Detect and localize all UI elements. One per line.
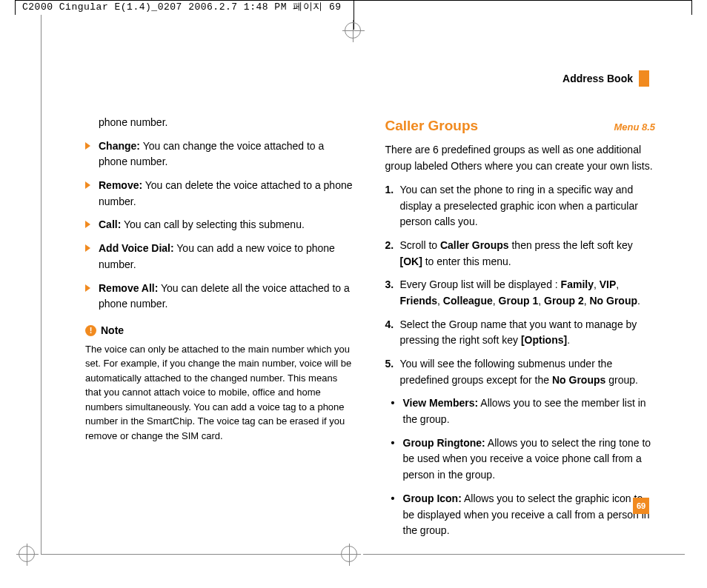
bullet-text: You can call by selecting this submenu. [121,218,305,230]
left-column: phone number. Change: You can change the… [85,115,356,547]
step-text: then press the left soft key [509,239,633,251]
bold: Group 1 [499,295,539,307]
frame-left [15,0,16,15]
bullet-label: Change: [99,140,140,152]
page-number: 69 [633,498,649,514]
step-number: 5. [385,356,394,372]
bullet-change: Change: You can change the voice attache… [85,138,356,170]
step-text: Select the Group name that you want to m… [400,318,637,347]
menu-ref: Menu 8.5 [614,120,655,135]
section-label: Address Book [562,73,633,84]
step-text: group. [605,374,638,386]
right-column: Caller Groups Menu 8.5 There are 6 prede… [385,115,656,547]
bold: Friends [400,295,438,307]
triangle-icon [85,142,90,150]
step-number: 4. [385,317,394,333]
bold: No Group [589,295,637,307]
bullet-label: Remove All: [99,282,158,294]
section-intro: There are 6 predefined groups as well as… [385,142,656,174]
bold: [Options] [521,334,567,346]
bold: Family [561,278,594,290]
step-2: 2. Scroll to Caller Groups then press th… [385,238,656,270]
triangle-icon [85,284,90,292]
bullet-label: Remove: [99,179,142,191]
step-3: 3. Every Group list will be displayed : … [385,277,656,309]
sub-label: Group Ringtone: [403,437,485,449]
note-heading: ! Note [85,323,356,339]
sub-view-members: • View Members: Allows you to see the me… [385,395,656,427]
sub-label: Group Icon: [403,492,462,504]
bold: Colleague [443,295,493,307]
header-right: Address Book [562,70,649,87]
step-text: Every Group list will be displayed : [400,278,561,290]
triangle-icon [85,244,90,252]
section-title: Caller Groups [385,115,479,136]
note-icon: ! [85,325,96,336]
registration-mark-bl [19,546,35,562]
note-label: Note [101,323,124,339]
continuation-line: phone number. [85,115,356,131]
step-text: Scroll to [400,239,440,251]
bullet-call: Call: You can call by selecting this sub… [85,217,356,233]
step-4: 4. Select the Group name that you want t… [385,317,656,349]
step-text: to enter this menu. [422,255,511,267]
bullet-remove-all: Remove All: You can delete all the voice… [85,281,356,313]
step-number: 2. [385,238,394,254]
bullet-dot-icon: • [391,395,395,412]
step-number: 1. [385,182,394,198]
bullet-label: Add Voice Dial: [99,242,174,254]
left-margin-rule [41,15,42,555]
sub-group-ringtone: • Group Ringtone: Allows you to select t… [385,435,656,484]
registration-mark-top [345,22,361,39]
bullet-dot-icon: • [391,435,395,452]
bold: [OK] [400,255,422,267]
note-body: The voice can only be attached to the ma… [85,342,356,444]
source-header: C2000 Cingular E(1.4)_0207 2006.2.7 1:48… [22,0,342,13]
section-marker-icon [639,70,649,87]
bold: Group 2 [544,295,584,307]
triangle-icon [85,221,90,228]
bold: Caller Groups [440,239,509,251]
bullet-dot-icon: • [391,491,395,507]
section-heading: Caller Groups Menu 8.5 [385,115,656,136]
step-5: 5. You will see the following submenus u… [385,356,656,388]
frame-right [691,0,692,15]
page: Address Book phone number. Change: You c… [41,41,685,566]
triangle-icon [85,181,90,189]
sub-label: View Members: [403,397,479,409]
bullet-add-voice: Add Voice Dial: You can add a new voice … [85,241,356,273]
sub-group-icon: • Group Icon: Allows you to select the g… [385,491,656,539]
step-text: You can set the phone to ring in a speci… [400,184,638,227]
step-1: 1. You can set the phone to ring in a sp… [385,182,656,230]
bold: VIP [600,278,617,290]
step-number: 3. [385,277,394,293]
bullet-remove: Remove: You can delete the voice attache… [85,178,356,210]
bold: No Groups [552,374,605,386]
bullet-label: Call: [99,218,121,230]
columns: phone number. Change: You can change the… [85,115,655,547]
